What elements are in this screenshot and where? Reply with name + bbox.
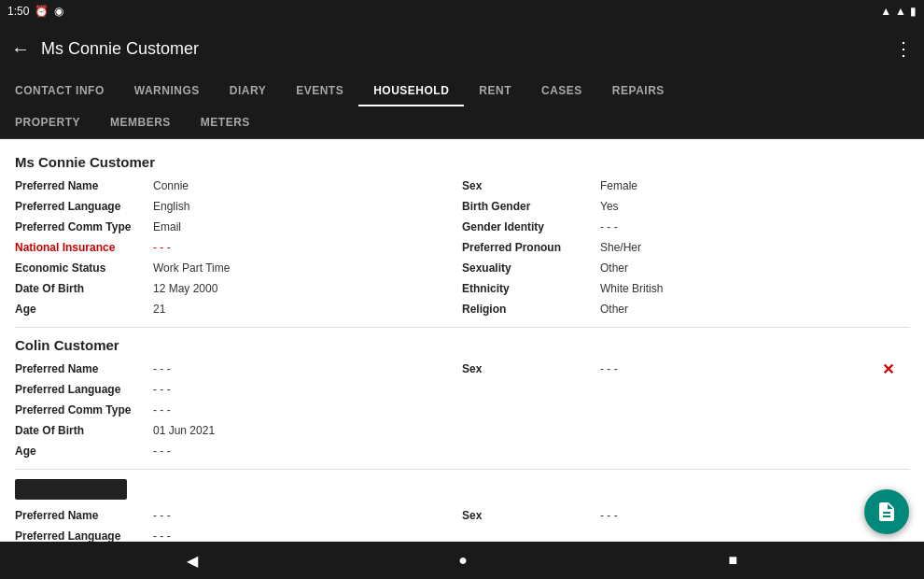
person1-comm-type-label: Preferred Comm Type — [15, 220, 146, 233]
person1-birth-gender-label: Birth Gender — [462, 200, 593, 213]
more-options-button[interactable]: ⋮ — [894, 37, 913, 60]
person2-sex-row: Sex - - - — [462, 360, 909, 377]
person3-preferred-language-row: Preferred Language - - - — [15, 528, 462, 542]
person3-preferred-name-value: - - - — [153, 509, 171, 522]
person1-religion-row: Religion Other — [462, 301, 909, 318]
tab-row-1: CONTACT INFO WARNINGS DIARY EVENTS HOUSE… — [0, 75, 924, 106]
sim-icon: ◉ — [54, 5, 63, 18]
person1-pronoun-label: Preferred Pronoun — [462, 241, 593, 254]
person1-preferred-language-row: Preferred Language English — [15, 198, 462, 215]
person2-preferred-language-value: - - - — [153, 383, 171, 396]
person1-age-row: Age 21 — [15, 301, 462, 318]
person1-economic-status-label: Economic Status — [15, 261, 146, 275]
person1-national-insurance-value: - - - — [153, 241, 171, 254]
person1-birth-gender-value: Yes — [600, 200, 619, 213]
wifi-icon: ▲ — [880, 5, 891, 18]
tab-events[interactable]: EVENTS — [281, 75, 358, 106]
person2-age-row: Age - - - — [15, 443, 462, 459]
tab-members[interactable]: MEMBERS — [95, 106, 186, 138]
person2-age-value: - - - — [153, 445, 171, 458]
person1-religion-value: Other — [600, 303, 628, 316]
person1-ethnicity-label: Ethnicity — [462, 282, 593, 295]
person3-grid: Preferred Name - - - Preferred Language … — [15, 507, 909, 542]
person2-grid: Preferred Name - - - Preferred Language … — [15, 360, 909, 459]
person2-preferred-name-row: Preferred Name - - - — [15, 360, 462, 377]
tab-property[interactable]: PROPERTY — [0, 106, 95, 138]
fab-button[interactable] — [864, 489, 909, 534]
tab-contact-info[interactable]: CONTACT INFO — [0, 75, 119, 106]
nav-back-button[interactable]: ◀ — [187, 552, 198, 570]
person1-sexuality-value: Other — [600, 261, 628, 275]
person2-preferred-name-value: - - - — [153, 362, 171, 375]
person1-comm-type-row: Preferred Comm Type Email — [15, 219, 462, 235]
person2-dob-row: Date Of Birth 01 Jun 2021 — [15, 422, 462, 439]
person1-sexuality-label: Sexuality — [462, 261, 593, 275]
person1-birth-gender-row: Birth Gender Yes — [462, 198, 909, 215]
tab-rent[interactable]: RENT — [464, 75, 526, 106]
content-area: Ms Connie Customer Preferred Name Connie… — [0, 139, 924, 542]
person3-right-col: Sex - - - — [462, 507, 909, 542]
person1-dob-value: 12 May 2000 — [153, 282, 217, 295]
person1-comm-type-value: Email — [153, 220, 181, 233]
person1-preferred-language-label: Preferred Language — [15, 200, 146, 213]
person1-ethnicity-row: Ethnicity White British — [462, 280, 909, 297]
person2-sex-value: - - - — [600, 362, 618, 375]
person-section-3: ✕ Preferred Name - - - Preferred Languag… — [15, 479, 909, 542]
person2-comm-type-value: - - - — [153, 403, 171, 417]
tab-meters[interactable]: METERS — [186, 106, 265, 138]
person1-gender-identity-row: Gender Identity - - - — [462, 219, 909, 235]
person1-gender-identity-value: - - - — [600, 220, 618, 233]
person1-national-insurance-row: National Insurance - - - — [15, 239, 462, 256]
back-button[interactable]: ← — [11, 38, 30, 60]
person1-left-col: Preferred Name Connie Preferred Language… — [15, 177, 462, 318]
nav-home-button[interactable]: ● — [458, 552, 468, 569]
person2-name: Colin Customer — [15, 337, 909, 353]
battery-icon: ▮ — [910, 5, 917, 18]
tab-row-2: PROPERTY MEMBERS METERS — [0, 106, 924, 138]
person1-dob-label: Date Of Birth — [15, 282, 146, 295]
person2-dob-value: 01 Jun 2021 — [153, 424, 215, 437]
person3-preferred-name-row: Preferred Name - - - — [15, 507, 462, 524]
person1-gender-identity-label: Gender Identity — [462, 220, 593, 233]
nav-recents-button[interactable]: ■ — [729, 552, 738, 569]
person2-preferred-language-label: Preferred Language — [15, 383, 146, 396]
status-bar: 1:50 ⏰ ◉ ▲ ▲ ▮ — [0, 0, 924, 22]
page-title: Ms Connie Customer — [41, 39, 883, 59]
person1-preferred-name-row: Preferred Name Connie — [15, 177, 462, 194]
person2-preferred-language-row: Preferred Language - - - — [15, 381, 462, 398]
person3-left-col: Preferred Name - - - Preferred Language … — [15, 507, 462, 542]
person2-dob-label: Date Of Birth — [15, 424, 146, 437]
person3-preferred-language-value: - - - — [153, 530, 171, 542]
person2-comm-type-label: Preferred Comm Type — [15, 403, 146, 417]
person1-ethnicity-value: White British — [600, 282, 663, 295]
tab-diary[interactable]: DIARY — [215, 75, 281, 106]
person1-name: Ms Connie Customer — [15, 154, 909, 170]
person1-religion-label: Religion — [462, 303, 593, 316]
person3-preferred-name-label: Preferred Name — [15, 509, 146, 522]
person2-preferred-name-label: Preferred Name — [15, 362, 146, 375]
person2-sex-label: Sex — [462, 362, 593, 375]
tab-warnings[interactable]: WARNINGS — [119, 75, 215, 106]
person1-dob-row: Date Of Birth 12 May 2000 — [15, 280, 462, 297]
person1-economic-status-value: Work Part Time — [153, 261, 230, 275]
person1-right-col: Sex Female Birth Gender Yes Gender Ident… — [462, 177, 909, 318]
person1-sexuality-row: Sexuality Other — [462, 260, 909, 276]
divider-1 — [15, 327, 909, 328]
person-section-1: Ms Connie Customer Preferred Name Connie… — [15, 154, 909, 318]
person1-age-value: 21 — [153, 303, 165, 316]
person1-national-insurance-label: National Insurance — [15, 241, 146, 254]
person2-right-col: Sex - - - — [462, 360, 909, 459]
person3-sex-label: Sex — [462, 509, 593, 522]
person3-redacted-name — [15, 479, 127, 500]
tab-household[interactable]: HOUSEHOLD — [358, 75, 464, 106]
document-icon — [875, 501, 898, 523]
tab-repairs[interactable]: REPAIRS — [597, 75, 679, 106]
person3-sex-value: - - - — [600, 509, 618, 522]
signal-icon: ▲ — [895, 5, 906, 18]
tab-cases[interactable]: CASES — [526, 75, 597, 106]
person2-remove-button[interactable]: ✕ — [882, 360, 894, 378]
app-bar: ← Ms Connie Customer ⋮ — [0, 22, 924, 75]
alarm-icon: ⏰ — [35, 5, 49, 18]
tab-bar: CONTACT INFO WARNINGS DIARY EVENTS HOUSE… — [0, 75, 924, 139]
person2-left-col: Preferred Name - - - Preferred Language … — [15, 360, 462, 459]
